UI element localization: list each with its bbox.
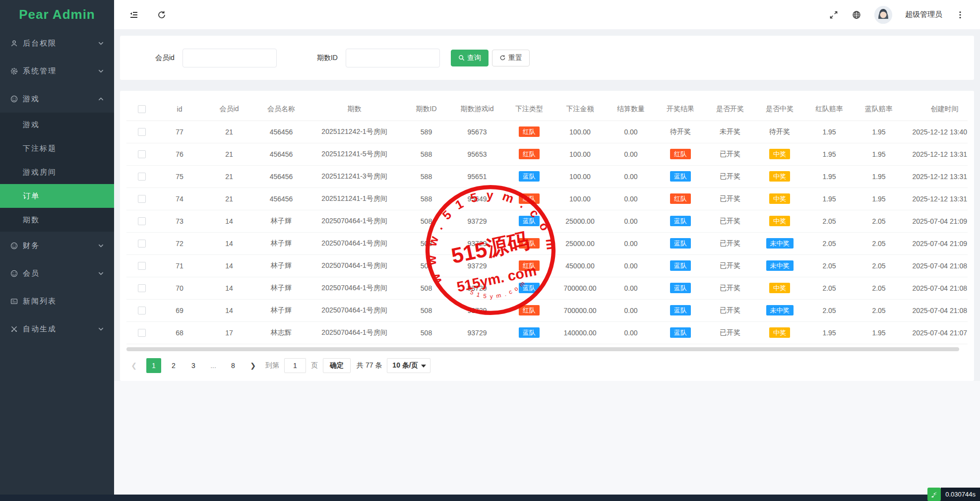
user-icon: [10, 39, 18, 48]
page-ellipsis: ...: [206, 358, 221, 373]
trace-toggle-icon[interactable]: [927, 488, 941, 501]
gear-icon: [10, 67, 18, 75]
user-name[interactable]: 超级管理员: [905, 10, 942, 19]
page-button-3[interactable]: 3: [186, 358, 201, 373]
table-row: 7114林子輝2025070464-1号房间50893729红队45000.00…: [126, 254, 968, 277]
select-all-checkbox[interactable]: [138, 105, 146, 113]
goto-page-input[interactable]: [284, 358, 306, 373]
horizontal-scrollbar[interactable]: [126, 347, 959, 351]
page-size-select[interactable]: 10 条/页: [387, 358, 430, 373]
row-checkbox[interactable]: [138, 284, 146, 292]
fullscreen-icon[interactable]: [829, 10, 839, 20]
column-header: 结算数量: [606, 98, 656, 121]
reset-icon: [499, 55, 506, 61]
query-button[interactable]: 查询: [451, 50, 489, 66]
sidebar-submenu: 游戏下注标题游戏房间订单期数: [0, 113, 114, 232]
table-row: 74214564562025121241-1号房间58895649红队100.0…: [126, 188, 968, 210]
refresh-icon[interactable]: [157, 10, 167, 20]
total-count: 共 77 条: [357, 361, 382, 370]
status-badge: 中奖: [769, 193, 790, 204]
sidebar-item-admin-auth[interactable]: 后台权限: [0, 29, 114, 57]
status-badge: 未中奖: [766, 260, 794, 271]
collapse-sidebar-icon[interactable]: [129, 10, 139, 20]
chevron-down-icon: [98, 68, 104, 74]
status-badge: 红队: [670, 149, 691, 159]
page-button-8[interactable]: 8: [226, 358, 241, 373]
prev-page-button[interactable]: ❮: [126, 358, 141, 373]
column-header: 开奖结果: [656, 98, 705, 121]
column-header: 下注类型: [504, 98, 554, 121]
column-header: 创建时间: [904, 98, 968, 121]
smiley-icon: [10, 242, 18, 250]
period-id-label: 期数ID: [317, 54, 338, 63]
status-badge: 红队: [519, 260, 540, 271]
page-button-2[interactable]: 2: [166, 358, 181, 373]
sidebar-item-system-manage[interactable]: 系统管理: [0, 57, 114, 85]
status-badge: 蓝队: [519, 327, 540, 338]
status-badge: 未中奖: [766, 238, 794, 249]
avatar[interactable]: [874, 6, 892, 24]
chevron-down-icon: [98, 326, 104, 332]
status-badge: 未中奖: [766, 305, 794, 315]
row-checkbox[interactable]: [138, 217, 146, 225]
sidebar-item-bet-title[interactable]: 下注标题: [0, 136, 114, 160]
status-badge: 蓝队: [519, 216, 540, 226]
member-id-input[interactable]: [183, 49, 277, 67]
page-button-1[interactable]: 1: [146, 358, 161, 373]
sidebar-item-auto-generate[interactable]: 自动生成: [0, 315, 114, 343]
status-badge: 蓝队: [519, 283, 540, 293]
smiley-icon: [10, 269, 18, 278]
status-badge: 中奖: [769, 327, 790, 338]
sidebar-item-finance[interactable]: 财务: [0, 232, 114, 259]
row-checkbox[interactable]: [138, 128, 146, 136]
sidebar-menu: 后台权限 系统管理 游戏 游戏下注标题游戏房间订单期数 财务 会员 新闻列表 自…: [0, 29, 114, 343]
row-checkbox[interactable]: [138, 262, 146, 270]
status-badge: 蓝队: [670, 238, 691, 249]
sidebar-item-game-room[interactable]: 游戏房间: [0, 160, 114, 184]
sidebar-item-order[interactable]: 订单: [0, 184, 114, 208]
status-badge: 蓝队: [670, 216, 691, 226]
period-id-input[interactable]: [346, 49, 440, 67]
chevron-up-icon: [98, 96, 104, 102]
column-header: 蓝队赔率: [854, 98, 904, 121]
column-header: 期数游戏id: [450, 98, 504, 121]
debug-trace: 0.030744s: [927, 488, 980, 501]
sidebar-item-game[interactable]: 游戏: [0, 85, 114, 113]
table-row: 7214林子輝2025070464-1号房间50893729红队25000.00…: [126, 232, 968, 254]
smiley-icon: [10, 95, 18, 103]
table-row: 7314林子輝2025070464-1号房间50893729蓝队25000.00…: [126, 210, 968, 232]
table-body: 77214564562025121242-1号房间58995673红队100.0…: [126, 121, 968, 344]
top-header: 超级管理员: [114, 0, 980, 29]
globe-icon[interactable]: [852, 10, 861, 20]
sidebar-item-game-sub[interactable]: 游戏: [0, 113, 114, 136]
goto-label: 到第: [265, 361, 279, 370]
status-badge: 蓝队: [670, 305, 691, 315]
status-badge: 红队: [519, 238, 540, 249]
row-checkbox[interactable]: [138, 240, 146, 248]
status-badge: 中奖: [769, 216, 790, 226]
chevron-down-icon: [98, 243, 104, 249]
next-page-button[interactable]: ❯: [245, 358, 260, 373]
status-badge: 红队: [519, 305, 540, 315]
table-row: 6817林志辉2025070464-1号房间50893729蓝队140000.0…: [126, 321, 968, 344]
status-badge: 中奖: [769, 149, 790, 159]
row-checkbox[interactable]: [138, 173, 146, 181]
reset-button[interactable]: 重置: [492, 50, 530, 66]
table-header-row: id会员id会员名称期数期数ID期数游戏id下注类型下注金额结算数量开奖结果是否…: [126, 98, 968, 121]
table-row: 77214564562025121242-1号房间58995673红队100.0…: [126, 121, 968, 143]
status-badge: 红队: [519, 126, 540, 137]
more-menu-icon[interactable]: [955, 10, 965, 20]
execution-time: 0.030744s: [941, 488, 980, 501]
sidebar-item-member[interactable]: 会员: [0, 259, 114, 287]
status-badge: 红队: [519, 149, 540, 159]
row-checkbox[interactable]: [138, 329, 146, 337]
confirm-page-button[interactable]: 确定: [323, 358, 351, 373]
status-badge: 蓝队: [670, 171, 691, 182]
row-checkbox[interactable]: [138, 307, 146, 314]
status-badge: 红队: [519, 193, 540, 204]
column-header: 下注金额: [554, 98, 606, 121]
row-checkbox[interactable]: [138, 195, 146, 203]
row-checkbox[interactable]: [138, 150, 146, 158]
sidebar-item-news-list[interactable]: 新闻列表: [0, 287, 114, 315]
sidebar-item-period[interactable]: 期数: [0, 208, 114, 232]
